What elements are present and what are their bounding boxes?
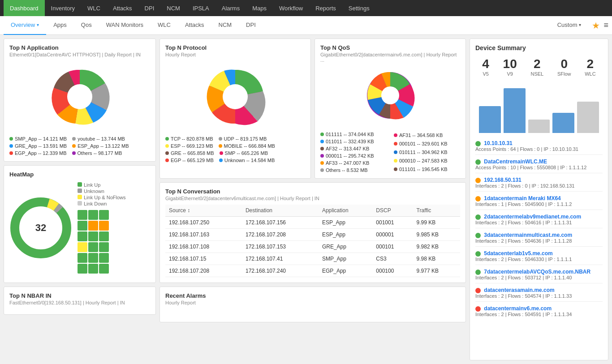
tab-wan-monitors[interactable]: WAN Monitors [99,16,151,35]
nav-alarms[interactable]: Alarms [215,0,246,16]
cell-destination: 172.168.107.41 [242,253,319,265]
top-n-protocol-chart [165,61,305,133]
device-name[interactable]: 5datacenterlab1v5.me.com [484,250,552,257]
device-name[interactable]: 3datacentermainmulticast.me.com [484,232,572,238]
heatmap-cell [78,264,87,274]
device-name[interactable]: datacenterasamain.me.com [484,287,554,293]
cell-dscp: 000001 [372,229,413,241]
device-info: Interfaces : 2 | Flows : 504574 | IP : 1… [475,293,603,299]
center-column: Top N Protocol Hourly Report [159,39,466,360]
noflows-color [78,195,82,199]
cell-traffic: 9.99 KB [413,217,460,229]
legend-dot [165,158,169,162]
device-name[interactable]: 192.168.50.131 [484,177,521,183]
legend-item-linkup: Link Up [78,182,150,188]
legend-dot [9,137,13,141]
nav-ncm[interactable]: NCM [160,0,186,16]
device-name[interactable]: 2datacentermelabv9medianet.me.com [484,214,581,220]
device-list-item: datacenterasamain.me.com Interfaces : 2 … [475,287,603,302]
device-status-icon [475,233,481,238]
legend-item: 011011 -- 332.439 KB [320,139,374,144]
col-dscp[interactable]: DSCP [372,205,413,217]
legend-item: 011111 -- 374.044 KB [320,132,374,137]
col-traffic[interactable]: Traffic [413,205,460,217]
legend-dot [219,137,222,141]
bar [479,106,501,133]
legend-item: SMP_App -- 14.121 MB [9,136,67,141]
left-column: Top N Application Ethernet0/1[DataCentre… [4,39,156,360]
nav-reports[interactable]: Reports [309,0,342,16]
top-n-qos-title: Top N QoS [320,44,460,51]
heatmap-cell [88,242,98,252]
legend-item-linkdown: Link Down [78,201,150,206]
heatmap-legend: Link Up Unknown Link Up & NoFlows L [78,182,150,206]
count-v9: 10 V9 [503,57,517,77]
nav-ipsla[interactable]: IPSLA [186,0,215,16]
heatmap-cell [99,242,109,252]
tab-dpi[interactable]: DPI [239,16,263,35]
nav-workflow[interactable]: Workflow [273,0,309,16]
col-application[interactable]: Application [319,205,372,217]
col-source[interactable]: Source ↕ [165,205,242,217]
nav-inventory[interactable]: Inventory [45,0,81,16]
heatmap-cell [78,253,87,263]
device-list-item: DataCentremainWLC.ME Access Points : 10 … [475,158,603,173]
cell-traffic: 9.985 KB [413,229,460,241]
device-name[interactable]: 10.10.10.31 [484,140,512,146]
heatmap-cell [78,242,87,252]
qos-legend-left: 011111 -- 374.044 KB 011011 -- 332.439 K… [320,132,387,173]
legend-item: UDP -- 819.175 MB [219,136,267,141]
tab-attacks[interactable]: Attacks [178,16,211,35]
nav-attacks[interactable]: Attacks [107,0,138,16]
col-destination[interactable]: Destination [242,205,319,217]
chevron-down-icon: ▾ [37,22,39,27]
nav-wlc[interactable]: WLC [81,0,107,16]
device-info: Interfaces : 1 | Flows : 5045900 | IP : … [475,201,603,207]
heatmap-cell [78,231,87,241]
device-status-icon [475,141,481,146]
device-name[interactable]: DataCentremainWLC.ME [484,158,547,165]
device-info: Interfaces : 2 | Flows : 504591 | IP : 1… [475,312,603,317]
top-n-application-card: Top N Application Ethernet0/1[DataCentre… [4,39,156,162]
heatmap-container: 32 Link Up Unknown [9,179,150,277]
tab-custom[interactable]: Custom ▾ [550,16,589,35]
device-name[interactable]: 7datacentermelabAVCQoS.me.com.NBAR [484,269,590,275]
legend-dot [394,142,397,146]
device-info: Interfaces : 2 | Flows : 504616 | IP : 1… [475,220,603,225]
heatmap-title: HeatMap [9,171,150,178]
tab-overview[interactable]: Overview ▾ [4,16,46,35]
linkdown-color [78,201,82,206]
legend-dot [320,154,324,158]
legend-dot [220,151,223,155]
menu-icon[interactable]: ≡ [603,21,608,30]
device-info: Interfaces : 2 | Flows : 503712 | IP : 1… [475,275,603,280]
device-name[interactable]: 1datacentermain Meraki MX64 [484,195,560,201]
count-sflow: 0 SFlow [557,57,571,77]
legend-dot [219,158,223,162]
heatmap-cell [78,221,87,231]
heatmap-cell [88,210,98,220]
recent-alarms-card: Recent Alarms Hourly Report [159,287,466,322]
heatmap-cell [88,221,98,231]
cell-destination: 172.168.107.208 [242,229,319,241]
legend-dot [394,159,397,163]
cell-source: 192.168.107.15 [165,253,242,265]
legend-item: 010111 -- 304.962 KB [394,149,448,155]
tab-apps[interactable]: Apps [46,16,74,35]
tab-ncm[interactable]: NCM [211,16,239,35]
chevron-down-icon: ▾ [579,22,581,27]
nav-dpi[interactable]: DPI [138,0,161,16]
device-name[interactable]: datacentermainv6.me.com [484,305,552,312]
tab-qos[interactable]: Qos [74,16,99,35]
bar-item [504,88,526,133]
tab-wlc[interactable]: WLC [151,16,178,35]
nav-dashboard[interactable]: Dashboard [4,0,45,16]
device-info: Interfaces : 2 | Flows : 0 | IP : 192.16… [475,183,603,188]
right-column: Device Summary 4 V5 10 V9 2 NSEL 0 SFlow [470,39,608,360]
nav-settings[interactable]: Settings [342,0,376,16]
cell-application: SMP_App [319,253,372,265]
top-n-application-legend: SMP_App -- 14.121 MB youtube -- 13.744 M… [9,136,150,156]
star-icon[interactable]: ★ [592,20,600,31]
top-n-nbar-subtitle: FastEthernet0/0[192.168.50.131] | Hourly… [9,300,150,305]
nav-maps[interactable]: Maps [246,0,273,16]
